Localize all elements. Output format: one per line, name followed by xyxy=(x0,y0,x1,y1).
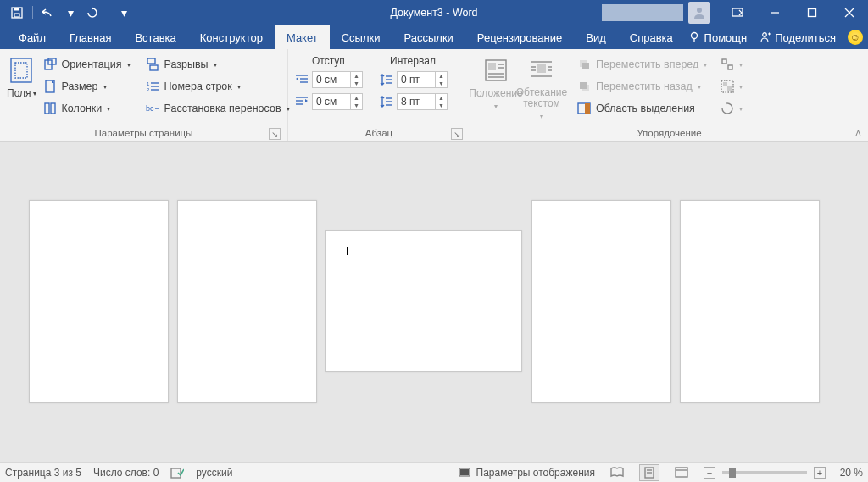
indent-right-icon xyxy=(295,96,309,108)
feedback-icon[interactable]: ☺ xyxy=(848,30,863,45)
size-button[interactable]: Размер▾ xyxy=(40,77,134,96)
orientation-button[interactable]: Ориентация▾ xyxy=(40,55,134,74)
tab-insert[interactable]: Вставка xyxy=(123,25,187,49)
web-layout-icon[interactable] xyxy=(671,464,692,481)
page-indicator[interactable]: Страница 3 из 5 xyxy=(5,467,81,479)
text-cursor xyxy=(347,247,348,255)
tab-view[interactable]: Вид xyxy=(574,25,618,49)
selection-pane-button[interactable]: Область выделения xyxy=(574,99,710,118)
status-bar: Страница 3 из 5 Число слов: 0 русский Па… xyxy=(0,462,868,482)
undo-dropdown[interactable]: ▾ xyxy=(60,3,81,23)
svg-rect-2 xyxy=(14,8,19,11)
tab-design[interactable]: Конструктор xyxy=(188,25,275,49)
svg-rect-6 xyxy=(809,9,816,17)
save-icon[interactable] xyxy=(7,3,27,23)
space-before-field[interactable]: ▲▼ xyxy=(397,71,448,88)
svg-rect-62 xyxy=(728,65,732,69)
proofing-icon[interactable] xyxy=(170,467,184,479)
indent-left-row: ▲▼ xyxy=(295,70,363,89)
language-indicator[interactable]: русский xyxy=(196,467,232,479)
zoom-out-button[interactable]: − xyxy=(704,467,715,479)
print-layout-icon[interactable] xyxy=(639,464,659,481)
svg-text:2: 2 xyxy=(147,87,150,92)
tab-review[interactable]: Рецензирование xyxy=(465,25,574,49)
quick-access-toolbar: ▾ ▾ xyxy=(0,3,134,23)
breaks-button[interactable]: Разрывы▾ xyxy=(142,55,293,74)
zoom-slider[interactable] xyxy=(722,471,807,474)
redo-icon[interactable] xyxy=(82,3,103,23)
page-thumb-5[interactable] xyxy=(680,200,820,403)
qat-customize[interactable]: ▾ xyxy=(114,3,134,23)
indent-right-field[interactable]: ▲▼ xyxy=(312,93,363,110)
position-button: Положение▾ xyxy=(477,53,515,125)
indent-label: Отступ xyxy=(312,55,383,67)
tab-mailings[interactable]: Рассылки xyxy=(392,25,465,49)
svg-rect-56 xyxy=(582,63,589,69)
tab-home[interactable]: Главная xyxy=(58,25,123,49)
page-thumb-2[interactable] xyxy=(177,200,317,403)
columns-button[interactable]: Колонки▾ xyxy=(40,99,134,118)
display-options[interactable]: Параметры отображения xyxy=(459,467,596,479)
minimize-button[interactable] xyxy=(756,0,793,25)
read-mode-icon[interactable] xyxy=(607,464,627,481)
page-thumb-1[interactable] xyxy=(29,200,169,403)
hyphenation-button[interactable]: bcРасстановка переносов▾ xyxy=(142,99,293,118)
ribbon: Поля▾ Ориентация▾ Размер▾ Колонки▾ Разры… xyxy=(0,49,868,142)
group-caption: Параметры страницы xyxy=(95,128,193,138)
svg-rect-43 xyxy=(488,63,496,70)
svg-rect-60 xyxy=(585,103,590,114)
document-title: Документ3 - Word xyxy=(390,7,477,19)
hyphenation-icon: bc xyxy=(146,102,159,115)
paragraph-launcher[interactable]: ↘ xyxy=(451,128,463,140)
columns-icon xyxy=(43,102,57,115)
tab-help[interactable]: Справка xyxy=(618,25,685,49)
svg-rect-64 xyxy=(723,82,727,86)
share-button[interactable]: Поделиться xyxy=(759,31,836,44)
svg-rect-48 xyxy=(537,64,546,73)
maximize-button[interactable] xyxy=(793,0,831,25)
undo-icon[interactable] xyxy=(38,3,58,23)
svg-rect-72 xyxy=(676,468,687,477)
group-page-setup: Поля▾ Ориентация▾ Размер▾ Колонки▾ Разры… xyxy=(0,49,288,141)
tell-me-label: Помощн xyxy=(704,31,748,44)
tab-references[interactable]: Ссылки xyxy=(330,25,392,49)
word-count[interactable]: Число слов: 0 xyxy=(93,467,159,479)
indent-left-field[interactable]: ▲▼ xyxy=(312,71,363,88)
orientation-icon xyxy=(43,58,57,71)
space-after-field[interactable]: ▲▼ xyxy=(397,93,448,110)
indent-left-icon xyxy=(295,74,309,86)
send-backward-button: Переместить назад▾ xyxy=(574,77,710,96)
collapse-ribbon-icon[interactable]: ᐱ xyxy=(855,129,861,138)
svg-text:1: 1 xyxy=(147,81,150,86)
page-thumb-3[interactable] xyxy=(326,230,522,372)
selection-pane-icon xyxy=(577,102,591,115)
svg-rect-58 xyxy=(580,82,587,89)
svg-rect-68 xyxy=(460,469,469,475)
space-before-row: ▲▼ xyxy=(380,70,448,89)
svg-rect-14 xyxy=(11,58,31,82)
document-area[interactable] xyxy=(0,142,868,462)
space-after-row: ▲▼ xyxy=(380,92,448,111)
tab-layout[interactable]: Макет xyxy=(275,25,330,49)
svg-rect-61 xyxy=(722,59,726,64)
tab-file[interactable]: Файл xyxy=(7,25,58,49)
line-numbers-button[interactable]: 12Номера строк▾ xyxy=(142,77,293,96)
zoom-in-button[interactable]: + xyxy=(814,467,826,479)
zoom-level[interactable]: 20 % xyxy=(832,467,863,479)
wrap-text-button: Обтекание текстом▾ xyxy=(515,53,569,125)
ribbon-options-icon[interactable] xyxy=(719,0,756,25)
rotate-button: ▾ xyxy=(717,99,746,118)
margins-icon xyxy=(8,57,35,84)
bring-forward-button: Переместить вперед▾ xyxy=(574,55,710,74)
user-avatar[interactable] xyxy=(688,2,710,24)
tell-me[interactable]: Помощн xyxy=(688,31,748,44)
line-numbers-icon: 12 xyxy=(146,80,159,93)
size-icon xyxy=(43,80,57,93)
breaks-icon xyxy=(146,58,159,71)
close-button[interactable] xyxy=(831,0,868,25)
margins-button[interactable]: Поля▾ xyxy=(7,53,36,125)
page-setup-launcher[interactable]: ↘ xyxy=(269,128,281,140)
group-arrange: Положение▾ Обтекание текстом▾ Переместит… xyxy=(470,49,868,141)
bring-forward-icon xyxy=(577,58,591,71)
page-thumb-4[interactable] xyxy=(531,200,671,403)
